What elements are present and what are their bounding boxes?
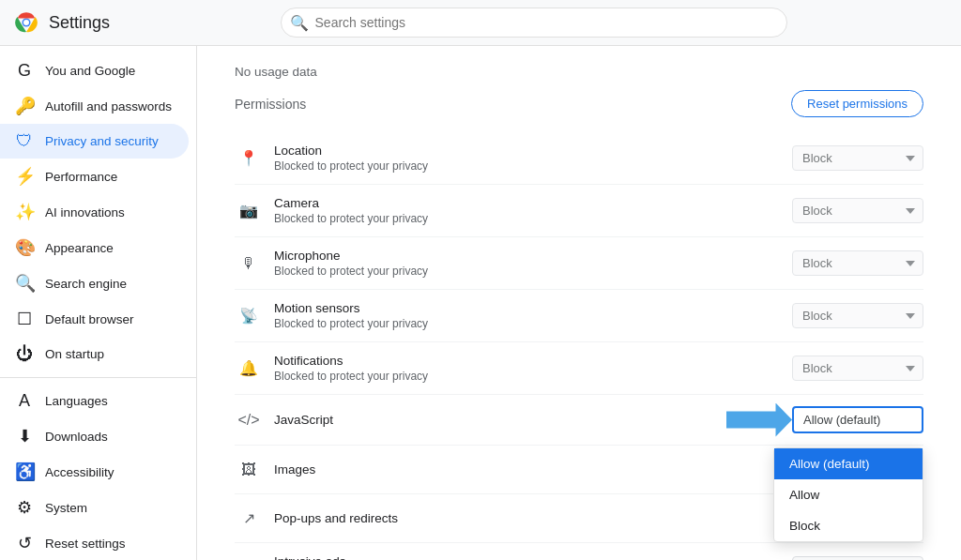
sidebar-icon-privacy: 🛡: [15, 131, 34, 151]
sidebar-label-default-browser: Default browser: [45, 312, 134, 326]
perm-name-camera: Camera: [274, 196, 781, 210]
sidebar-item-autofill[interactable]: 🔑Autofill and passwords: [0, 88, 189, 124]
page-title: Settings: [49, 13, 110, 33]
sidebar-item-you-and-google[interactable]: GYou and Google: [0, 53, 189, 88]
sidebar: GYou and Google🔑Autofill and passwords🛡P…: [0, 46, 197, 560]
permission-row-notifications: 🔔NotificationsBlocked to protect your pr…: [235, 342, 923, 395]
sidebar-item-privacy[interactable]: 🛡Privacy and security: [0, 124, 189, 159]
sidebar-item-reset[interactable]: ↺Reset settings: [0, 525, 189, 560]
perm-icon-javascript: </>: [235, 412, 263, 429]
sidebar-label-system: System: [45, 501, 87, 515]
perm-text-camera: CameraBlocked to protect your privacy: [274, 196, 781, 225]
perm-name-popups: Pop-ups and redirects: [274, 511, 781, 525]
sidebar-icon-accessibility: ♿: [15, 462, 34, 482]
perm-control-camera: Block: [792, 198, 923, 223]
permission-row-javascript: </>JavaScriptAllow (default)Allow (defau…: [235, 395, 923, 446]
sidebar-icon-default-browser: ☐: [15, 309, 34, 329]
perm-control-javascript: Allow (default)Allow (default)AllowBlock: [792, 406, 923, 433]
perm-select-intrusive-ads[interactable]: Block (default): [792, 556, 923, 560]
perm-desc-microphone: Blocked to protect your privacy: [274, 265, 781, 278]
perm-icon-camera: 📷: [235, 202, 263, 219]
search-bar: 🔍: [281, 8, 787, 38]
sidebar-label-you-and-google: You and Google: [45, 64, 135, 78]
perm-name-microphone: Microphone: [274, 249, 781, 263]
perm-desc-motion: Blocked to protect your privacy: [274, 317, 781, 330]
perm-control-motion: Block: [792, 303, 923, 328]
perm-text-javascript: JavaScript: [274, 413, 781, 427]
perm-control-notifications: Block: [792, 356, 923, 381]
perm-name-notifications: Notifications: [274, 354, 781, 368]
sidebar-label-accessibility: Accessibility: [45, 465, 114, 479]
perm-text-notifications: NotificationsBlocked to protect your pri…: [274, 354, 781, 383]
blue-arrow-icon: [726, 403, 792, 437]
sidebar-icon-languages: A: [15, 391, 34, 411]
sidebar-item-appearance[interactable]: 🎨Appearance: [0, 230, 189, 265]
svg-point-1: [23, 20, 29, 25]
chrome-logo-icon: [15, 11, 38, 34]
dropdown-arrow-indicator: [726, 403, 792, 437]
sidebar-item-system[interactable]: ⚙System: [0, 490, 189, 525]
perm-icon-notifications: 🔔: [235, 359, 263, 377]
sidebar-item-accessibility[interactable]: ♿Accessibility: [0, 454, 189, 490]
permission-row-microphone: 🎙MicrophoneBlocked to protect your priva…: [235, 237, 923, 290]
sidebar-label-ai: AI innovations: [45, 205, 125, 219]
perm-text-microphone: MicrophoneBlocked to protect your privac…: [274, 249, 781, 278]
sidebar-label-performance: Performance: [45, 170, 117, 184]
reset-permissions-button[interactable]: Reset permissions: [791, 90, 923, 117]
perm-desc-location: Blocked to protect your privacy: [274, 159, 781, 173]
permissions-header: Permissions Reset permissions: [235, 90, 923, 117]
sidebar-item-downloads[interactable]: ⬇Downloads: [0, 418, 189, 454]
perm-text-images: Images: [274, 462, 781, 477]
sidebar-label-appearance: Appearance: [45, 241, 114, 255]
sidebar-label-reset: Reset settings: [45, 537, 126, 551]
sidebar-divider: [0, 377, 196, 378]
sidebar-icon-search: 🔍: [15, 273, 34, 294]
sidebar-item-search[interactable]: 🔍Search engine: [0, 265, 189, 301]
perm-select-camera[interactable]: Block: [792, 198, 923, 223]
perm-select-motion[interactable]: Block: [792, 303, 923, 328]
sidebar-item-default-browser[interactable]: ☐Default browser: [0, 301, 189, 337]
perm-select-microphone[interactable]: Block: [792, 250, 923, 276]
perm-select-javascript[interactable]: Allow (default): [792, 406, 923, 433]
perm-text-popups: Pop-ups and redirects: [274, 511, 781, 525]
perm-name-location: Location: [274, 144, 781, 158]
perm-text-intrusive-ads: Intrusive adsBlock if site shows intrusi…: [274, 554, 781, 560]
permission-row-intrusive-ads: 🚫Intrusive adsBlock if site shows intrus…: [235, 543, 923, 560]
sidebar-icon-appearance: 🎨: [15, 237, 34, 258]
perm-control-intrusive-ads: Block (default): [792, 556, 923, 560]
sidebar-icon-startup: ⏻: [15, 344, 34, 364]
sidebar-label-search: Search engine: [45, 277, 127, 291]
sidebar-icon-reset: ↺: [15, 533, 34, 553]
sidebar-item-languages[interactable]: ALanguages: [0, 384, 189, 418]
permissions-list: 📍LocationBlocked to protect your privacy…: [235, 132, 923, 560]
dropdown-option-allow[interactable]: Allow: [774, 479, 923, 510]
perm-text-location: LocationBlocked to protect your privacy: [274, 144, 781, 173]
perm-icon-location: 📍: [235, 149, 263, 167]
no-usage-text: No usage data: [235, 61, 923, 79]
perm-select-notifications[interactable]: Block: [792, 356, 923, 381]
sidebar-item-startup[interactable]: ⏻On startup: [0, 337, 189, 371]
permissions-label: Permissions: [235, 97, 306, 112]
permission-row-motion: 📡Motion sensorsBlocked to protect your p…: [235, 290, 923, 342]
sidebar-label-autofill: Autofill and passwords: [45, 99, 172, 114]
perm-icon-images: 🖼: [235, 462, 263, 478]
search-input[interactable]: [281, 8, 787, 38]
sidebar-label-startup: On startup: [45, 347, 104, 361]
title-bar: Settings 🔍: [0, 0, 961, 46]
perm-select-location[interactable]: Block: [792, 145, 923, 171]
perm-control-location: Block: [792, 145, 923, 171]
dropdown-option-allow-(default)[interactable]: Allow (default): [774, 448, 923, 479]
sidebar-icon-ai: ✨: [15, 202, 34, 222]
permission-row-camera: 📷CameraBlocked to protect your privacyBl…: [235, 185, 923, 237]
perm-name-javascript: JavaScript: [274, 413, 781, 427]
sidebar-item-performance[interactable]: ⚡Performance: [0, 159, 189, 194]
perm-text-motion: Motion sensorsBlocked to protect your pr…: [274, 301, 781, 330]
javascript-dropdown: Allow (default)AllowBlock: [773, 447, 923, 542]
sidebar-icon-performance: ⚡: [15, 166, 34, 187]
sidebar-label-downloads: Downloads: [45, 430, 108, 444]
sidebar-item-ai[interactable]: ✨AI innovations: [0, 194, 189, 230]
perm-name-images: Images: [274, 462, 781, 477]
dropdown-option-block[interactable]: Block: [774, 510, 923, 541]
sidebar-label-languages: Languages: [45, 394, 108, 408]
sidebar-label-privacy: Privacy and security: [45, 134, 159, 148]
